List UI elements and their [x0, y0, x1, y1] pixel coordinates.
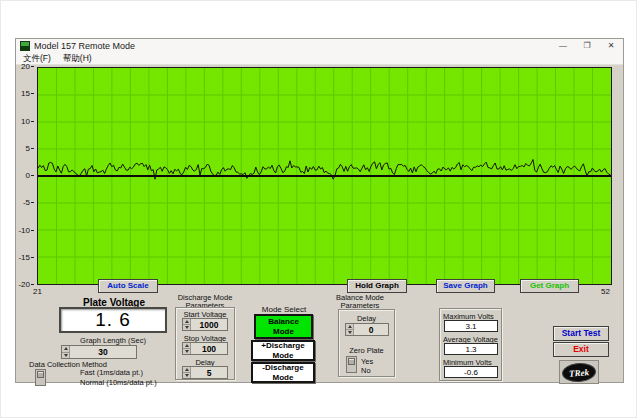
- data-collection-option-fast[interactable]: Fast (1ms/data pt.): [80, 368, 143, 377]
- graph-length-label: Graph Length (Sec): [61, 336, 165, 345]
- start-test-button[interactable]: Start Test: [553, 326, 609, 341]
- y-tick-label: -10: [16, 227, 34, 235]
- stop-voltage-spinner[interactable]: 100: [182, 342, 228, 355]
- balance-params-group: Delay 0 Zero Plate Yes No: [338, 309, 395, 377]
- screenshot-background: Model 157 Remote Mode — ❐ ✕ 文件(F) 帮助(H) …: [0, 0, 637, 418]
- spinner-down-icon[interactable]: [183, 349, 190, 354]
- negative-discharge-line2: Mode: [253, 373, 313, 383]
- balance-mode-button[interactable]: Balance Mode: [254, 314, 313, 339]
- window-title: Model 157 Remote Mode: [34, 39, 135, 53]
- app-window: Model 157 Remote Mode — ❐ ✕ 文件(F) 帮助(H) …: [15, 38, 624, 383]
- start-voltage-spinner[interactable]: 1000: [182, 318, 228, 331]
- spinner-arrows: [183, 319, 191, 330]
- negative-discharge-line1: -Discharge: [253, 363, 313, 373]
- minimum-volts-value: -0.6: [444, 366, 498, 378]
- menu-item-help[interactable]: 帮助(H): [63, 53, 92, 65]
- balance-delay-value[interactable]: 0: [354, 324, 388, 335]
- maximum-volts-value: 3.1: [444, 320, 498, 332]
- positive-discharge-mode-button[interactable]: +Discharge Mode: [251, 340, 315, 361]
- save-graph-button[interactable]: Save Graph: [436, 279, 495, 293]
- balance-mode-line1: Balance: [256, 317, 311, 327]
- window-controls: — ❐ ✕: [551, 39, 623, 53]
- trek-logo: TRek: [559, 360, 599, 384]
- zero-plate-option-yes[interactable]: Yes: [361, 357, 373, 366]
- data-collection-option-normal[interactable]: Normal (10ms/data pt.): [80, 378, 157, 387]
- spinner-down-icon[interactable]: [62, 353, 69, 359]
- spinner-arrows: [183, 367, 191, 378]
- title-bar: Model 157 Remote Mode — ❐ ✕: [16, 39, 623, 53]
- positive-discharge-line1: +Discharge: [253, 341, 313, 351]
- spinner-down-icon[interactable]: [346, 330, 353, 335]
- auto-scale-button[interactable]: Auto Scale: [98, 279, 158, 293]
- discharge-params-group: Start Voltage 1000 Stop Voltage 100 Dela…: [175, 307, 235, 380]
- mode-select-label: Mode Select: [254, 305, 314, 314]
- balance-mode-line2: Mode: [256, 327, 311, 337]
- app-icon: [20, 41, 30, 51]
- close-button[interactable]: ✕: [599, 39, 623, 53]
- minimize-button[interactable]: —: [551, 39, 575, 53]
- y-tick-label: -15: [16, 254, 34, 262]
- balance-delay-spinner[interactable]: 0: [345, 323, 389, 336]
- menu-bar: 文件(F) 帮助(H): [16, 53, 623, 65]
- slider-thumb[interactable]: [348, 358, 355, 365]
- average-voltage-value: 1.3: [444, 343, 498, 355]
- strip-chart-plot[interactable]: [37, 67, 612, 285]
- spinner-down-icon[interactable]: [183, 325, 190, 330]
- y-tick-label: 5: [16, 145, 34, 153]
- data-collection-slider[interactable]: [35, 369, 46, 386]
- zero-plate-option-no[interactable]: No: [361, 366, 371, 375]
- maximize-button[interactable]: ❐: [575, 39, 599, 53]
- y-tick-label: 20: [16, 63, 34, 71]
- y-tick-label: 15: [16, 90, 34, 98]
- hold-graph-button[interactable]: Hold Graph: [347, 279, 407, 293]
- y-tick-label: -5: [16, 199, 34, 207]
- discharge-delay-spinner[interactable]: 5: [182, 366, 228, 379]
- negative-discharge-mode-button[interactable]: -Discharge Mode: [251, 362, 315, 383]
- y-tick-label: 0: [16, 172, 34, 180]
- graph-length-spinner[interactable]: 30: [61, 345, 137, 359]
- positive-discharge-line2: Mode: [253, 351, 313, 361]
- balance-delay-label: Delay: [339, 314, 394, 323]
- trek-logo-oval: TRek: [561, 361, 596, 382]
- start-voltage-value[interactable]: 1000: [191, 319, 227, 330]
- voltage-stats-group: Maximum Volts 3.1 Average Voltage 1.3 Mi…: [439, 308, 502, 381]
- get-graph-button[interactable]: Get Graph: [520, 279, 579, 293]
- y-tick-label: 10: [16, 118, 34, 126]
- graph-length-value[interactable]: 30: [70, 346, 136, 358]
- chart-canvas: [38, 68, 611, 284]
- plate-voltage-display: 1. 6: [59, 307, 167, 333]
- zero-plate-label: Zero Plate: [339, 346, 394, 355]
- spinner-arrows: [62, 346, 70, 358]
- trek-logo-text: TRek: [569, 366, 590, 377]
- spinner-arrows: [346, 324, 354, 335]
- stop-voltage-value[interactable]: 100: [191, 343, 227, 354]
- zero-plate-slider[interactable]: [346, 356, 357, 373]
- y-tick-label: -20: [16, 281, 34, 289]
- slider-thumb[interactable]: [37, 371, 44, 378]
- spinner-arrows: [183, 343, 191, 354]
- x-axis-start-label: 21: [33, 287, 42, 296]
- spinner-down-icon[interactable]: [183, 373, 190, 378]
- x-axis-end-label: 52: [601, 287, 610, 296]
- exit-button[interactable]: Exit: [553, 342, 609, 357]
- discharge-delay-value[interactable]: 5: [191, 367, 227, 378]
